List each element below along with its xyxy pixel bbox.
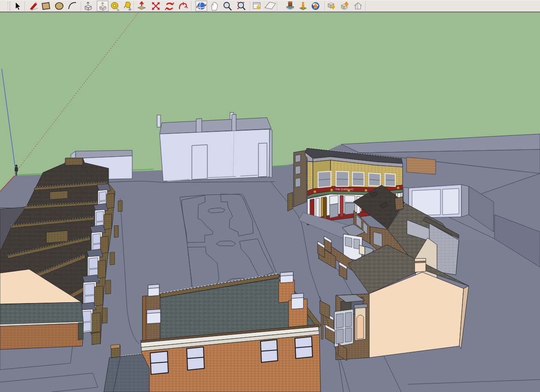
svg-text:THE QUEEN VIC: THE QUEEN VIC [335,188,354,191]
